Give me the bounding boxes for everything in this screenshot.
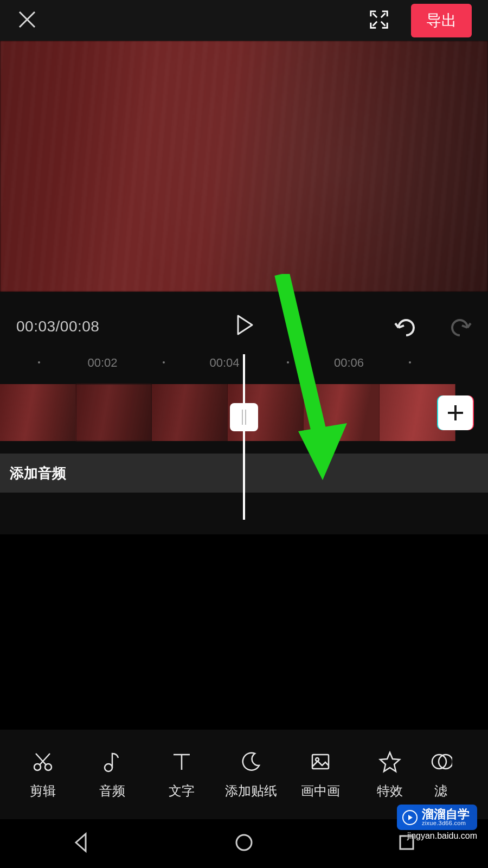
tool-sticker[interactable]: 添加贴纸 — [216, 750, 286, 800]
video-preview[interactable] — [0, 41, 488, 292]
export-button[interactable]: 导出 — [411, 4, 472, 37]
tool-label: 画中画 — [301, 782, 340, 800]
total-time: 00:08 — [60, 318, 100, 335]
ruler-tick: 00:06 — [334, 356, 364, 370]
clip-thumb[interactable] — [152, 384, 228, 441]
image-icon — [309, 750, 332, 774]
svg-rect-3 — [312, 755, 329, 769]
star-icon — [378, 750, 402, 774]
tool-label: 剪辑 — [30, 782, 56, 800]
nav-back[interactable] — [70, 832, 92, 856]
current-time: 00:03 — [16, 318, 56, 335]
timeline[interactable]: 添加音频 — [0, 384, 488, 534]
tool-text[interactable]: 文字 — [147, 750, 216, 800]
watermark-domain: zixue.3d66.com — [422, 820, 470, 826]
svg-point-6 — [439, 755, 452, 769]
tool-edit[interactable]: 剪辑 — [8, 750, 78, 800]
fullscreen-button[interactable] — [369, 9, 389, 32]
watermark-subtext: jingyan.baidu.com — [407, 831, 477, 841]
moon-icon — [239, 750, 263, 774]
undo-button[interactable] — [393, 314, 418, 341]
clip-thumb[interactable] — [304, 384, 380, 441]
play-button[interactable] — [233, 314, 255, 339]
watermark-brand: 溜溜自学 — [422, 808, 470, 820]
video-track[interactable] — [0, 384, 455, 441]
filter-partial-icon — [429, 750, 453, 774]
close-button[interactable] — [16, 9, 38, 33]
add-audio-label: 添加音频 — [10, 464, 66, 483]
clip-thumb[interactable] — [0, 384, 76, 441]
top-bar: 导出 — [0, 0, 488, 41]
svg-point-2 — [105, 764, 112, 771]
redo-button[interactable] — [448, 314, 473, 341]
tool-pip[interactable]: 画中画 — [286, 750, 355, 800]
scissors-icon — [31, 750, 55, 774]
tool-label: 音频 — [99, 782, 125, 800]
tool-label: 添加贴纸 — [225, 782, 277, 800]
text-icon — [170, 750, 194, 774]
ruler-tick: 00:02 — [87, 356, 117, 370]
playhead[interactable] — [243, 354, 245, 520]
watermark: 溜溜自学 zixue.3d66.com jingyan.baidu.com — [397, 805, 477, 841]
svg-point-7 — [236, 835, 252, 850]
tool-filter-partial[interactable]: 滤 — [425, 750, 457, 800]
add-clip-button[interactable] — [438, 395, 473, 430]
ruler-tick: 00:04 — [209, 356, 239, 370]
nav-home[interactable] — [233, 832, 255, 856]
tool-label: 特效 — [377, 782, 403, 800]
watermark-play-icon — [402, 810, 418, 825]
time-display: 00:03/00:08 — [16, 318, 99, 335]
clip-thumb[interactable] — [76, 384, 152, 441]
tool-label: 滤 — [434, 782, 447, 800]
svg-point-4 — [316, 758, 319, 761]
tool-label: 文字 — [169, 782, 195, 800]
tool-audio[interactable]: 音频 — [78, 750, 147, 800]
music-note-icon — [100, 750, 124, 774]
preview-frame — [0, 41, 488, 292]
tool-effects[interactable]: 特效 — [355, 750, 425, 800]
